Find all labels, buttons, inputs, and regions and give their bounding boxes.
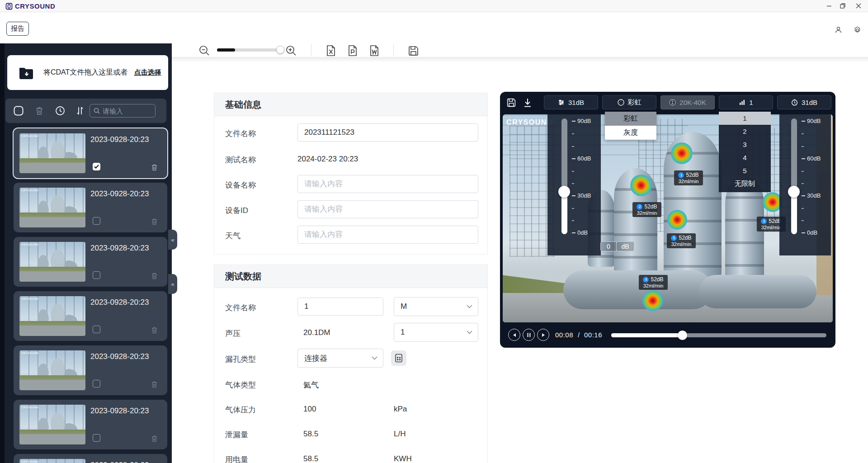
item-delete-button[interactable] [151,272,158,280]
history-button[interactable] [54,105,66,117]
field-label: 文件名称 [225,302,256,313]
select-all-checkbox[interactable] [13,105,24,117]
item-checkbox[interactable] [93,326,100,333]
time-db-button[interactable]: 31dB [777,95,831,109]
db-slider-thumb[interactable] [788,186,800,198]
db-slider-track[interactable] [561,118,567,234]
source-count-button[interactable]: 1 [719,95,773,109]
toolbar-divider [393,44,394,56]
db-slider-track[interactable] [791,118,797,234]
menu-item[interactable]: 4 [719,151,771,164]
close-button[interactable] [852,0,865,12]
save-button[interactable] [407,44,420,57]
sidebar-edge [0,43,5,463]
item-checkbox[interactable] [93,217,100,225]
calculator-button[interactable] [391,350,406,366]
list-item[interactable]: CRYSOUND 2023-0928-20:23 [14,454,167,463]
tick [572,158,576,159]
trash-icon [151,272,158,280]
sort-icon [75,106,85,116]
report-button[interactable]: 报告 [6,22,29,36]
seek-bar-thumb[interactable] [678,331,687,340]
list-item[interactable]: CRYSOUND 2023-0928-20:23 [14,345,167,395]
menu-item-rainbow[interactable]: 彩虹 [605,112,656,126]
sidebar-collapse-handle[interactable]: « [168,230,177,250]
item-delete-button[interactable] [151,164,158,171]
acoustic-video-player: 31dB 彩虹 20K-40K 1 31dB [500,92,835,348]
frequency-range-button[interactable]: 20K-40K [660,95,715,109]
word-file-icon [369,45,380,57]
unit-select[interactable]: M [394,297,478,316]
test-file-name-input[interactable] [297,298,383,316]
file-dropzone[interactable]: 将CDAT文件拖入这里或者 点击选择 [7,55,168,90]
channel-select[interactable]: 1 [394,323,478,342]
zoom-slider[interactable] [217,48,277,52]
item-checkbox[interactable] [93,271,100,279]
prev-frame-button[interactable] [508,329,520,341]
db-slider-thumb[interactable] [558,186,570,198]
item-thumbnail: CRYSOUND [19,350,85,390]
sidebar-collapse-handle[interactable]: « [168,274,177,294]
zoom-out-button[interactable] [198,44,211,57]
menu-item[interactable]: 3 [719,138,771,151]
seek-bar[interactable] [611,333,826,337]
maximize-button[interactable] [836,0,849,12]
item-checkbox[interactable] [93,380,100,387]
device-name-input[interactable] [297,175,478,193]
list-item[interactable]: CRYSOUND 2023-0928-20:23 [14,291,167,341]
threshold-value[interactable]: 0 [600,241,617,251]
export-word-button[interactable] [368,44,381,57]
save-frame-button[interactable] [505,97,517,109]
time-separator: / [578,331,580,339]
pause-button[interactable] [523,329,535,341]
export-pdf-button[interactable] [346,44,359,57]
toolbar-divider [311,44,311,56]
menu-item[interactable]: 2 [719,125,771,138]
db-range-button[interactable]: 31dB [544,95,598,109]
save-icon [408,45,419,57]
device-id-input[interactable] [297,200,478,218]
gas-type-value: 氦气 [303,380,319,390]
next-frame-button[interactable] [537,329,549,341]
threshold-unit: dB [616,241,634,251]
item-delete-button[interactable] [151,326,158,334]
weather-input[interactable] [297,226,478,244]
zoom-in-button[interactable] [285,44,297,57]
leak-type-select[interactable]: 连接器 [297,349,383,368]
list-item[interactable]: CRYSOUND 2023-0928-20:23 [14,128,167,178]
download-button[interactable] [522,97,533,109]
equalizer-icon [558,99,565,106]
zoom-slider-fill [217,48,235,52]
menu-item-grayscale[interactable]: 灰度 [605,126,656,140]
tick-label: 60dB [577,155,591,162]
menu-item[interactable]: 5 [719,164,771,177]
restore-icon [840,3,845,9]
search-input[interactable] [103,107,151,115]
menu-item[interactable]: 无限制 [719,177,771,190]
tick [572,208,574,209]
zoom-slider-thumb[interactable] [276,46,284,54]
export-excel-button[interactable] [325,44,337,57]
menu-item[interactable]: 1 [719,112,771,125]
item-thumbnail: CRYSOUND [19,188,85,227]
dropzone-select-link[interactable]: 点击选择 [134,68,161,76]
list-item[interactable]: CRYSOUND 2023-0928-20:23 [14,183,167,232]
leak-marker: 152dB 32ml/min [674,170,703,185]
file-name-input[interactable] [297,123,478,142]
item-checkbox[interactable] [93,434,100,442]
sort-button[interactable] [74,105,86,117]
list-item[interactable]: CRYSOUND 2023-0928-20:23 [14,400,167,449]
test-data-panel: 测试数据 文件名称 M 声压 20.1DM 1 漏孔类型 连接器 气体类型 氦气… [214,265,488,463]
color-scheme-button[interactable]: 彩虹 [602,95,656,109]
item-checkbox[interactable] [93,163,100,170]
user-button[interactable] [834,25,843,34]
list-item[interactable]: CRYSOUND 2023-0928-20:23 [14,237,167,287]
minimize-button[interactable] [822,0,836,12]
item-delete-button[interactable] [151,381,158,388]
item-delete-button[interactable] [151,435,158,443]
delete-selected-button[interactable] [33,105,45,117]
db-threshold-input[interactable]: 0 dB [600,241,634,251]
field-label: 声压 [225,328,241,339]
item-delete-button[interactable] [151,218,158,226]
settings-button[interactable] [853,25,862,34]
